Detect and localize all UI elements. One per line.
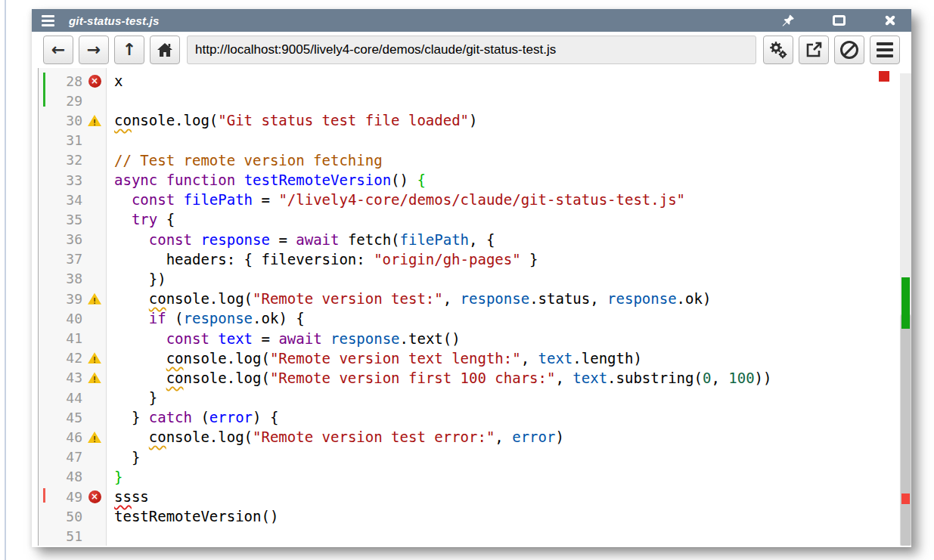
back-button[interactable]: ← (43, 36, 73, 64)
gutter-marker-cell: ! (82, 352, 107, 364)
code-line[interactable]: 34 const filePath = "/lively4-core/demos… (39, 190, 911, 209)
line-number[interactable]: 43 (39, 370, 82, 385)
back-icon: ← (51, 42, 65, 58)
forward-icon: → (87, 42, 101, 58)
gutter-marker-cell: ! (82, 432, 107, 443)
toolbar-menu-button[interactable] (870, 36, 900, 64)
code-line[interactable]: 38 }) (39, 269, 911, 289)
pin-button[interactable] (779, 13, 796, 28)
code-line[interactable]: 51 (39, 526, 911, 546)
navigation-toolbar: ← → ↑ (32, 32, 911, 68)
code-text: console.log("Remote version test:", resp… (107, 290, 711, 307)
code-line[interactable]: 31 (39, 131, 911, 150)
code-line[interactable]: 47 } (39, 447, 911, 467)
line-number[interactable]: 31 (39, 132, 82, 148)
code-line[interactable]: 49×ssss (39, 487, 911, 506)
code-line[interactable]: 37 headers: { fileversion: "origin/gh-pa… (39, 249, 911, 269)
code-line[interactable]: 50testRemoteVersion() (39, 506, 911, 526)
line-number[interactable]: 37 (39, 251, 82, 267)
line-number[interactable]: 30 (39, 113, 82, 128)
line-number[interactable]: 46 (39, 429, 82, 445)
forward-button[interactable]: → (79, 36, 109, 64)
code-line[interactable]: 32// Test remote version fetching (39, 150, 911, 170)
code-line[interactable]: 42! console.log("Remote version text len… (39, 348, 911, 368)
code-line[interactable]: 43! console.log("Remote version first 10… (39, 368, 911, 388)
code-lines: 28×x2930!console.log("Git status test fi… (39, 71, 911, 546)
line-number[interactable]: 33 (39, 172, 82, 188)
window-titlebar[interactable]: git-status-test.js (32, 9, 911, 32)
code-line[interactable]: 40 if (response.ok) { (39, 308, 911, 328)
line-number[interactable]: 42 (39, 350, 82, 366)
line-number[interactable]: 36 (39, 231, 82, 247)
settings-button[interactable] (763, 36, 793, 64)
line-number[interactable]: 38 (39, 271, 82, 286)
up-button[interactable]: ↑ (114, 36, 144, 64)
line-number[interactable]: 41 (39, 330, 82, 346)
warning-marker-icon: ! (88, 432, 101, 443)
open-external-button[interactable] (799, 36, 829, 64)
close-icon (883, 14, 897, 27)
code-text: x (107, 73, 123, 89)
line-number[interactable]: 44 (39, 390, 82, 406)
scrollbar-thumb[interactable] (901, 314, 911, 546)
code-line[interactable]: 35 try { (39, 209, 911, 229)
window-title: git-status-test.js (69, 14, 159, 27)
code-text: const text = await response.text() (107, 330, 461, 347)
code-line[interactable]: 39! console.log("Remote version test:", … (39, 289, 911, 308)
code-line[interactable]: 45 } catch (error) { (39, 407, 911, 427)
code-line[interactable]: 46! console.log("Remote version test err… (39, 427, 911, 447)
up-icon: ↑ (123, 42, 136, 58)
line-number[interactable]: 34 (39, 192, 82, 208)
code-line[interactable]: 41 const text = await response.text() (39, 328, 911, 348)
line-number[interactable]: 45 (39, 410, 82, 425)
line-number[interactable]: 40 (39, 311, 82, 326)
home-button[interactable] (150, 36, 180, 64)
maximize-icon (833, 15, 846, 26)
error-marker-icon: × (88, 75, 101, 88)
code-text: // Test remote version fetching (107, 152, 383, 169)
code-line[interactable]: 44 } (39, 388, 911, 407)
code-line[interactable]: 29 (39, 91, 911, 110)
gutter-marker-cell: × (82, 75, 107, 88)
line-number[interactable]: 35 (39, 212, 82, 227)
scrollbar-annotation-error-line (901, 493, 910, 504)
line-number[interactable]: 47 (39, 449, 82, 465)
code-text: console.log("Remote version test error:"… (107, 429, 564, 445)
maximize-button[interactable] (830, 13, 847, 28)
code-text: const response = await fetch(filePath, { (107, 231, 495, 248)
block-button[interactable] (834, 36, 864, 64)
code-line[interactable]: 36 const response = await fetch(filePath… (39, 230, 911, 249)
code-line[interactable]: 28×x (39, 71, 911, 91)
window-menu-icon[interactable] (42, 15, 54, 26)
warning-marker-icon: ! (88, 352, 101, 364)
home-icon (157, 42, 173, 57)
git-gutter-added-bar (43, 73, 45, 107)
warning-marker-icon: ! (88, 115, 101, 126)
git-gutter-modified-bar (43, 488, 45, 503)
code-text: testRemoteVersion() (107, 508, 278, 524)
code-line[interactable]: 30!console.log("Git status test file loa… (39, 110, 911, 130)
line-number[interactable]: 48 (39, 469, 82, 484)
gutter-marker-cell: ! (82, 372, 107, 383)
line-number[interactable]: 51 (39, 528, 82, 544)
code-line[interactable]: 48} (39, 467, 911, 487)
code-line[interactable]: 33async function testRemoteVersion() { (39, 170, 911, 190)
code-text: console.log("Remote version first 100 ch… (107, 370, 771, 386)
code-text: console.log("Remote version text length:… (107, 350, 642, 367)
close-button[interactable] (882, 13, 898, 28)
code-text: }) (107, 271, 166, 287)
line-number[interactable]: 50 (39, 509, 82, 524)
code-text: } catch (error) { (107, 409, 278, 425)
code-text: headers: { fileversion: "origin/gh-pages… (107, 251, 538, 268)
page-edge-line (5, 0, 6, 560)
line-number[interactable]: 32 (39, 152, 82, 168)
code-editor[interactable]: 28×x2930!console.log("Git status test fi… (38, 68, 911, 546)
code-text: } (107, 469, 123, 485)
code-text: if (response.ok) { (107, 310, 305, 326)
ban-icon (840, 41, 858, 59)
line-number[interactable]: 39 (39, 291, 82, 307)
hamburger-icon (877, 42, 893, 57)
url-input[interactable] (187, 36, 756, 64)
code-text: } (107, 389, 157, 406)
code-text: try { (107, 211, 175, 227)
